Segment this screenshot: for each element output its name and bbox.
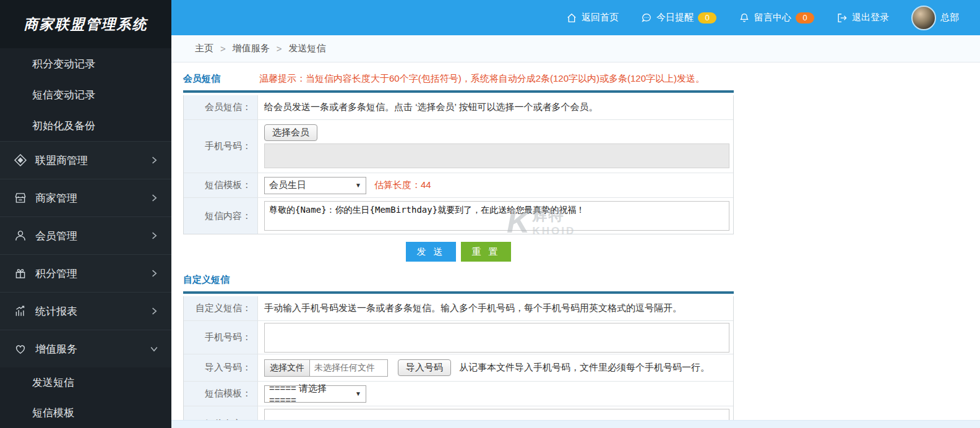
custom-template-row: 短信模板： ===== 请选择 ===== ▼ — [184, 382, 733, 406]
sidebar-group-statistics[interactable]: 统计报表 — [0, 292, 171, 330]
member-content-row: 短信内容： 尊敬的{Name}：你的生日{MemBirthday}就要到了，在此… — [184, 198, 733, 234]
import-hint-text: 从记事本文件导入手机号码，文件里必须每个手机号码一行。 — [459, 362, 710, 374]
member-phone-label: 手机号码： — [184, 120, 258, 173]
bar-chart-icon — [14, 304, 27, 318]
custom-template-selected-value: ===== 请选择 ===== — [269, 383, 355, 405]
bell-icon — [739, 12, 750, 24]
today-reminder-label: 今日提醒 — [656, 12, 694, 24]
custom-sms-desc-row: 自定义短信： 手动输入手机号码发送一条或者多条短信。输入多个手机号码，每个手机号… — [184, 296, 733, 321]
logout-icon — [836, 12, 848, 24]
select-arrow-icon: ▼ — [355, 182, 361, 189]
sidebar-item-label: 短信变动记录 — [32, 88, 95, 102]
member-sms-desc-text: 给会员发送一条或者多条短信。点击 ‘选择会员’ 按钮可以选择一个或者多个会员。 — [258, 95, 733, 119]
sidebar-group-merchant-mgmt[interactable]: 商家管理 — [0, 179, 171, 216]
sidebar-group-value-added-services[interactable]: 增值服务 — [0, 330, 171, 367]
custom-phone-numbers-input[interactable] — [264, 323, 729, 353]
custom-sms-desc-text: 手动输入手机号码发送一条或者多条短信。输入多个手机号码，每个手机号码用英文格式的… — [258, 296, 733, 320]
custom-sms-desc-label: 自定义短信： — [184, 296, 258, 320]
sidebar: 商家联盟管理系统 积分变动记录 短信变动记录 初始化及备份 联盟商管理 — [0, 0, 171, 428]
section-rule — [183, 291, 734, 294]
sidebar-item-sms-change-log[interactable]: 短信变动记录 — [0, 79, 171, 110]
member-sms-panel: 会员短信 温馨提示：当短信内容长度大于60个字(包括符号)，系统将自动分成2条(… — [183, 71, 734, 428]
sidebar-item-send-sms[interactable]: 发送短信 — [0, 367, 171, 398]
no-file-chosen-text: 未选择任何文件 — [310, 362, 375, 374]
member-send-button[interactable]: 发 送 — [406, 242, 456, 262]
sidebar-item-label: 初始化及备份 — [32, 119, 95, 133]
member-content-label: 短信内容： — [184, 198, 258, 234]
member-sms-content-input[interactable]: 尊敬的{Name}：你的生日{MemBirthday}就要到了，在此送给您最真挚… — [264, 201, 729, 231]
chevron-down-icon — [149, 344, 159, 354]
username-label: 总部 — [940, 12, 959, 24]
sidebar-item-sms-template[interactable]: 短信模板 — [0, 398, 171, 428]
avatar[interactable] — [911, 6, 936, 30]
import-numbers-button[interactable]: 导入号码 — [398, 359, 451, 376]
sidebar-group-member-mgmt[interactable]: 会员管理 — [0, 216, 171, 254]
chevron-right-icon — [149, 268, 159, 278]
sidebar-group-points-mgmt[interactable]: 积分管理 — [0, 254, 171, 292]
message-count-badge: 0 — [796, 12, 814, 24]
reminder-count-badge: 0 — [698, 12, 716, 24]
today-reminder-link[interactable]: 今日提醒 0 — [641, 12, 716, 24]
store-icon — [14, 191, 27, 205]
sidebar-item-label: 短信模板 — [32, 406, 74, 420]
sidebar-group-label: 会员管理 — [35, 229, 77, 243]
sidebar-group-label: 商家管理 — [35, 191, 77, 205]
member-sms-actions: 发 送 重 置 — [183, 234, 734, 270]
custom-phone-label: 手机号码： — [184, 321, 258, 354]
choose-file-button[interactable]: 选择文件 — [265, 360, 310, 376]
member-reset-button[interactable]: 重 置 — [461, 242, 511, 262]
import-numbers-label: 导入号码： — [184, 354, 258, 381]
sidebar-item-label: 发送短信 — [32, 375, 74, 390]
sms-length-notice: 温馨提示：当短信内容长度大于60个字(包括符号)，系统将自动分成2条(120字以… — [259, 73, 705, 85]
message-center-label: 留言中心 — [754, 12, 791, 24]
sidebar-group-label: 统计报表 — [35, 304, 77, 319]
page: 商家联盟管理系统 积分变动记录 短信变动记录 初始化及备份 联盟商管理 — [0, 0, 980, 428]
sidebar-group-label: 联盟商管理 — [35, 153, 88, 168]
heart-icon — [14, 342, 27, 356]
logout-label: 退出登录 — [852, 12, 889, 24]
home-link[interactable]: 返回首页 — [566, 12, 619, 24]
select-arrow-icon: ▼ — [355, 390, 361, 397]
sidebar-group-label: 增值服务 — [35, 342, 77, 356]
sidebar-item-points-change-log[interactable]: 积分变动记录 — [0, 48, 171, 79]
custom-template-select[interactable]: ===== 请选择 ===== ▼ — [264, 385, 366, 403]
sidebar-item-label: 积分变动记录 — [32, 57, 95, 71]
custom-template-label: 短信模板： — [184, 382, 258, 406]
user-icon — [14, 229, 27, 242]
home-icon — [566, 12, 577, 24]
breadcrumb-send-sms[interactable]: 发送短信 — [289, 43, 326, 54]
logout-link[interactable]: 退出登录 — [836, 12, 889, 24]
member-sms-form: 会员短信： 给会员发送一条或者多条短信。点击 ‘选择会员’ 按钮可以选择一个或者… — [183, 95, 734, 234]
file-input[interactable]: 选择文件 未选择任何文件 — [264, 359, 388, 377]
section-rule — [183, 90, 734, 93]
chevron-right-icon — [149, 231, 159, 241]
breadcrumb-home[interactable]: 主页 — [195, 43, 213, 54]
member-sms-section-title: 会员短信 — [183, 73, 220, 85]
member-phone-numbers-box — [264, 143, 729, 168]
topbar: 返回首页 今日提醒 0 留言中心 0 — [171, 0, 980, 35]
member-template-row: 短信模板： 会员生日 ▼ 估算长度：44 — [184, 173, 733, 198]
home-link-label: 返回首页 — [582, 12, 619, 24]
breadcrumb-separator: > — [277, 43, 282, 54]
sidebar-item-init-backup[interactable]: 初始化及备份 — [0, 110, 171, 141]
message-center-link[interactable]: 留言中心 0 — [739, 12, 814, 24]
main-content: 会员短信 温馨提示：当短信内容长度大于60个字(包括符号)，系统将自动分成2条(… — [171, 62, 980, 419]
user-menu[interactable]: 总部 — [911, 6, 959, 30]
select-member-button[interactable]: 选择会员 — [264, 124, 317, 141]
custom-phone-row: 手机号码： — [184, 321, 733, 354]
sidebar-group-alliance-mgmt[interactable]: 联盟商管理 — [0, 141, 171, 179]
member-template-label: 短信模板： — [184, 173, 258, 197]
sidebar-group-label: 积分管理 — [35, 267, 77, 281]
custom-sms-form: 自定义短信： 手动输入手机号码发送一条或者多条短信。输入多个手机号码，每个手机号… — [183, 296, 734, 428]
chevron-right-icon — [149, 193, 159, 203]
gift-icon — [14, 267, 27, 280]
chevron-right-icon — [149, 306, 159, 316]
member-template-select[interactable]: 会员生日 ▼ — [264, 177, 366, 194]
estimated-length: 估算长度：44 — [374, 179, 431, 191]
app-logo: 商家联盟管理系统 — [0, 0, 171, 48]
member-template-selected-value: 会员生日 — [269, 179, 306, 191]
diamond-icon — [14, 153, 27, 167]
custom-sms-section-title: 自定义短信 — [183, 274, 230, 286]
breadcrumb-value-added-services[interactable]: 增值服务 — [233, 43, 270, 54]
breadcrumb-separator: > — [220, 43, 226, 54]
